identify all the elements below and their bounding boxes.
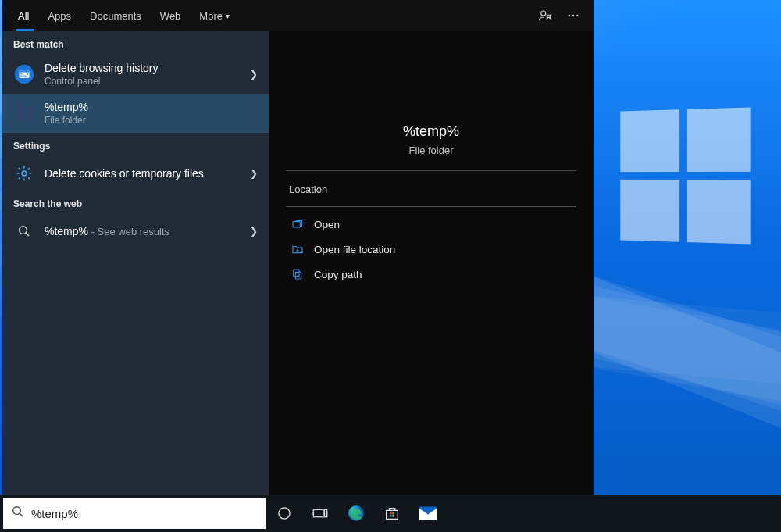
svg-rect-21 — [392, 512, 394, 514]
svg-point-9 — [27, 73, 28, 75]
chevron-right-icon: ❯ — [245, 168, 258, 179]
action-copy-path[interactable]: Copy path — [280, 262, 583, 287]
result-title: %temp% - See web results — [45, 224, 245, 239]
cortana-icon[interactable] — [266, 495, 302, 532]
result-subtitle: Control panel — [45, 75, 245, 87]
search-input[interactable] — [31, 507, 259, 520]
settings-label: Settings — [2, 133, 269, 156]
store-icon[interactable] — [374, 495, 410, 532]
svg-rect-8 — [20, 76, 27, 77]
taskbar — [0, 495, 781, 532]
open-icon — [289, 218, 306, 230]
feedback-icon[interactable] — [531, 0, 559, 31]
svg-point-10 — [22, 171, 27, 176]
tab-all[interactable]: All — [9, 0, 38, 31]
result-title: Delete cookies or temporary files — [45, 166, 245, 180]
chevron-right-icon: ❯ — [245, 69, 258, 80]
svg-point-16 — [279, 508, 290, 519]
action-label: Copy path — [314, 269, 362, 280]
preview-title: %temp% — [269, 123, 594, 140]
svg-rect-22 — [390, 515, 391, 516]
svg-rect-18 — [325, 509, 327, 516]
open-location-icon — [289, 243, 306, 255]
svg-rect-20 — [390, 512, 391, 514]
result-title: Delete browsing history — [45, 61, 245, 75]
result-delete-cookies[interactable]: Delete cookies or temporary files ❯ — [2, 156, 269, 191]
gear-icon — [13, 162, 35, 184]
mail-icon[interactable] — [410, 495, 446, 532]
chevron-right-icon: ❯ — [245, 226, 258, 237]
copy-icon — [289, 268, 306, 280]
svg-rect-17 — [313, 509, 323, 516]
svg-point-15 — [13, 507, 21, 515]
svg-rect-12 — [293, 222, 300, 227]
preview-pane: %temp% File folder Location Open — [269, 31, 594, 495]
results-pane: Best match Delete browsing history Contr… — [2, 31, 269, 495]
svg-point-3 — [576, 15, 578, 16]
taskbar-search-box[interactable] — [3, 498, 266, 529]
folder-icon — [13, 102, 35, 124]
result-title: %temp% — [45, 100, 258, 114]
best-match-label: Best match — [2, 31, 269, 55]
tab-apps[interactable]: Apps — [38, 0, 80, 31]
windows-logo — [620, 107, 750, 244]
svg-point-1 — [569, 15, 570, 16]
action-open[interactable]: Open — [280, 212, 583, 237]
tab-more[interactable]: More▾ — [190, 0, 239, 31]
search-icon — [11, 505, 25, 522]
search-tabs: All Apps Documents Web More▾ — [2, 0, 594, 31]
svg-rect-23 — [392, 515, 394, 516]
edge-icon[interactable] — [338, 495, 374, 532]
action-label: Open file location — [314, 244, 395, 255]
preview-subtitle: File folder — [269, 145, 594, 156]
task-view-icon[interactable] — [302, 495, 338, 532]
svg-rect-7 — [20, 73, 23, 74]
tab-web[interactable]: Web — [151, 0, 191, 31]
chevron-down-icon: ▾ — [226, 12, 230, 20]
svg-point-11 — [20, 227, 27, 234]
tab-documents[interactable]: Documents — [80, 0, 151, 31]
svg-rect-14 — [294, 270, 299, 277]
location-label: Location — [269, 171, 594, 206]
search-icon — [13, 220, 35, 242]
result-temp-folder[interactable]: %temp% File folder — [2, 94, 269, 133]
svg-rect-13 — [295, 272, 301, 279]
result-subtitle: File folder — [45, 114, 258, 127]
action-open-file-location[interactable]: Open file location — [280, 237, 583, 262]
svg-point-0 — [541, 11, 546, 16]
svg-rect-6 — [20, 70, 30, 72]
result-delete-browsing-history[interactable]: Delete browsing history Control panel ❯ — [2, 55, 269, 94]
svg-point-2 — [572, 15, 574, 16]
result-web-temp[interactable]: %temp% - See web results ❯ — [2, 214, 269, 248]
action-label: Open — [314, 219, 340, 230]
search-web-label: Search the web — [2, 191, 269, 214]
options-icon[interactable] — [559, 0, 587, 31]
control-panel-icon — [13, 63, 35, 85]
